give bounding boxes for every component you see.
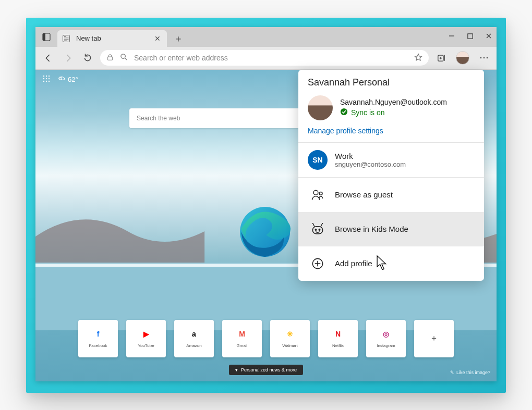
quick-link-icon: M <box>237 329 247 339</box>
quick-link-label: YouTube <box>138 343 154 348</box>
svg-point-26 <box>43 78 44 79</box>
svg-rect-1 <box>43 33 45 41</box>
svg-rect-3 <box>64 36 66 36</box>
svg-rect-2 <box>63 35 69 42</box>
svg-point-27 <box>46 78 47 79</box>
svg-point-23 <box>43 76 44 77</box>
address-bar[interactable]: Search or enter web address <box>100 50 429 66</box>
profile-avatar-button[interactable] <box>456 51 469 65</box>
quick-link-icon: ✳ <box>285 329 295 339</box>
svg-rect-6 <box>64 40 67 41</box>
search-web-placeholder: Search the web <box>137 115 180 122</box>
refresh-button[interactable] <box>80 51 95 65</box>
toolbar: Search or enter web address <box>35 47 497 70</box>
guest-icon <box>308 185 328 205</box>
quick-link-tile[interactable]: ◎Instagram <box>366 320 406 357</box>
quick-link-label: Walmart <box>282 343 297 348</box>
tab-title: New tab <box>76 34 101 42</box>
quick-link-icon: ◎ <box>381 329 391 339</box>
site-info-icon[interactable] <box>106 54 114 63</box>
quick-link-tile[interactable]: NNetflix <box>318 320 358 357</box>
svg-point-31 <box>49 81 50 82</box>
window-close-button[interactable] <box>485 32 492 42</box>
svg-rect-4 <box>64 38 69 38</box>
quick-link-tile[interactable]: fFacebook <box>78 320 118 357</box>
profile-flyout: Savannah Personal Savannah.Nguyen@outloo… <box>298 70 484 281</box>
profile-title: Savannah Personal <box>298 70 484 91</box>
svg-point-42 <box>312 223 313 224</box>
weather-widget[interactable]: 62° <box>57 75 78 84</box>
work-profile-name: Work <box>335 152 406 160</box>
svg-point-25 <box>49 76 50 77</box>
svg-point-18 <box>480 57 482 59</box>
svg-point-38 <box>315 229 316 230</box>
svg-line-40 <box>313 223 315 226</box>
browse-kids-mode[interactable]: Browse in Kids Mode <box>298 212 484 246</box>
app-grid-icon[interactable] <box>43 75 50 84</box>
browse-as-guest[interactable]: Browse as guest <box>298 178 484 212</box>
quick-link-label: Netflix <box>332 343 344 348</box>
search-icon <box>120 53 128 63</box>
profile-identity-row[interactable]: Savannah.Nguyen@outlook.com Sync is on <box>298 91 484 127</box>
forward-button[interactable] <box>61 51 75 65</box>
svg-point-36 <box>319 192 322 195</box>
window-maximize-button[interactable] <box>467 32 474 42</box>
quick-link-tile[interactable]: MGmail <box>222 320 262 357</box>
like-image-label: Like this image? <box>456 370 490 375</box>
profile-avatar <box>308 95 333 120</box>
browser-window: New tab ✕ ＋ <box>35 27 497 381</box>
quick-link-label: Facebook <box>89 343 107 348</box>
decorative-platter: New tab ✕ ＋ <box>26 18 506 393</box>
svg-point-30 <box>46 81 47 82</box>
weather-icon <box>57 75 65 84</box>
add-profile[interactable]: Add profile <box>298 246 484 281</box>
quick-link-icon: N <box>333 329 343 339</box>
tab-actions-button[interactable] <box>35 27 57 47</box>
titlebar: New tab ✕ ＋ <box>35 27 497 47</box>
svg-point-43 <box>322 223 323 224</box>
svg-point-35 <box>313 190 318 195</box>
chevron-down-icon: ▾ <box>235 367 238 372</box>
address-placeholder: Search or enter web address <box>134 54 408 62</box>
edge-logo <box>234 197 296 260</box>
add-profile-label: Add profile <box>335 259 372 268</box>
svg-point-24 <box>46 76 47 77</box>
like-image-link[interactable]: ✎ Like this image? <box>450 370 490 375</box>
news-toggle[interactable]: ▾ Personalized news & more <box>229 365 303 375</box>
favorite-button[interactable] <box>414 53 422 63</box>
quick-link-icon: a <box>189 329 199 339</box>
back-button[interactable] <box>41 51 55 65</box>
more-button[interactable] <box>477 51 491 65</box>
quick-link-icon: f <box>93 329 103 339</box>
quick-link-tile[interactable]: ✳Walmart <box>270 320 310 357</box>
svg-point-34 <box>341 108 347 115</box>
kids-icon <box>308 219 328 239</box>
close-tab-button[interactable]: ✕ <box>153 34 162 43</box>
quick-links-row: fFacebook▶YouTubeaAmazonMGmail✳WalmartNN… <box>35 320 497 357</box>
svg-point-29 <box>43 81 44 82</box>
quick-link-tile[interactable]: ▶YouTube <box>126 320 166 357</box>
newtab-fav-icon <box>63 35 70 42</box>
svg-point-19 <box>483 57 485 59</box>
add-quick-link[interactable]: ＋ <box>414 320 454 357</box>
quick-link-label: Amazon <box>186 343 201 348</box>
window-minimize-button[interactable] <box>448 32 455 42</box>
manage-profile-link[interactable]: Manage profile settings <box>298 127 484 142</box>
pencil-icon: ✎ <box>450 370 454 375</box>
svg-line-13 <box>125 58 127 60</box>
browse-kids-mode-label: Browse in Kids Mode <box>335 225 408 233</box>
new-tab-button[interactable]: ＋ <box>170 30 187 47</box>
quick-link-label: Instagram <box>377 343 395 348</box>
quick-link-tile[interactable]: aAmazon <box>174 320 214 357</box>
svg-line-41 <box>321 223 322 226</box>
browser-tab-active[interactable]: New tab ✕ <box>57 30 167 47</box>
news-label: Personalized news & more <box>241 367 297 372</box>
profile-row-work[interactable]: SN Work snguyen@contoso.com <box>298 143 484 177</box>
svg-point-28 <box>49 78 50 79</box>
plus-icon: ＋ <box>429 333 439 344</box>
sync-status[interactable]: Sync is on <box>340 108 447 117</box>
collections-button[interactable] <box>434 51 449 65</box>
sync-label: Sync is on <box>351 108 385 117</box>
svg-point-20 <box>487 57 488 59</box>
quick-link-icon: ▶ <box>141 329 151 339</box>
